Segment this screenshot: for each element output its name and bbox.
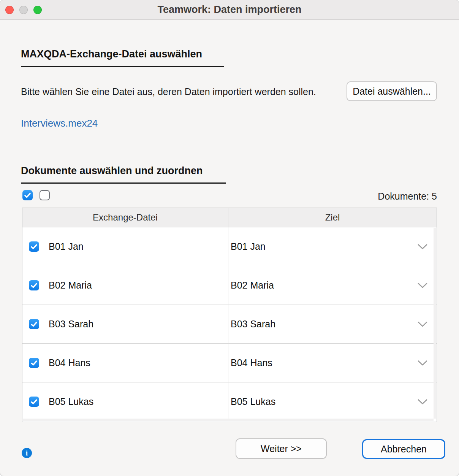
file-section-heading: MAXQDA-Exchange-Datei auswählen [21, 48, 224, 67]
check-icon [24, 193, 31, 198]
table-row: B04 Hans B04 Hans [22, 344, 437, 382]
table-body: B01 Jan B01 Jan B02 Maria B02 Maria [22, 227, 437, 421]
target-document-label: B03 Sarah [231, 319, 275, 330]
table-row: B05 Lukas B05 Lukas [22, 382, 437, 421]
documents-count-label: Dokumente: 5 [378, 191, 437, 202]
source-cell: B04 Hans [22, 344, 228, 382]
title-bar: Teamwork: Daten importieren [0, 0, 459, 20]
target-select[interactable]: B02 Maria [228, 266, 437, 305]
zoom-button[interactable] [33, 6, 42, 14]
row-checkbox[interactable] [29, 397, 39, 407]
source-document-label: B05 Lukas [49, 396, 93, 407]
minimize-button [19, 6, 28, 14]
table-header: Exchange-Datei Ziel [22, 208, 437, 227]
row-checkbox[interactable] [29, 241, 39, 252]
documents-section-heading: Dokumente auswählen und zuordnen [21, 165, 226, 184]
window-title: Teamwork: Daten importieren [157, 4, 301, 16]
chevron-down-icon [418, 244, 427, 249]
deselect-all-checkbox[interactable] [40, 190, 50, 200]
row-checkbox[interactable] [29, 280, 39, 290]
target-select[interactable]: B05 Lukas [228, 382, 437, 421]
table-row: B01 Jan B01 Jan [22, 227, 437, 266]
close-button[interactable] [5, 6, 14, 14]
target-select[interactable]: B04 Hans [228, 344, 437, 382]
source-document-label: B03 Sarah [49, 319, 93, 330]
select-all-checkbox[interactable] [22, 190, 33, 200]
check-icon [31, 399, 37, 405]
row-checkbox[interactable] [29, 358, 39, 368]
documents-table: Exchange-Datei Ziel B01 Jan B01 Jan [22, 208, 437, 422]
check-icon [31, 244, 37, 249]
target-document-label: B02 Maria [231, 280, 274, 291]
target-document-label: B01 Jan [231, 241, 266, 252]
selected-file-link[interactable]: Interviews.mex24 [21, 117, 98, 129]
check-icon [31, 322, 37, 327]
check-icon [31, 283, 37, 288]
target-select[interactable]: B03 Sarah [228, 305, 437, 343]
chevron-down-icon [418, 321, 427, 327]
info-button[interactable]: i [22, 448, 32, 458]
check-icon [31, 360, 37, 366]
table-row: B03 Sarah B03 Sarah [22, 305, 437, 344]
chevron-down-icon [418, 399, 427, 405]
source-document-label: B04 Hans [49, 357, 90, 368]
table-row: B02 Maria B02 Maria [22, 266, 437, 305]
vertical-scrollbar[interactable] [434, 228, 436, 419]
column-header-ziel: Ziel [228, 208, 437, 227]
source-cell: B05 Lukas [22, 382, 228, 421]
source-document-label: B02 Maria [49, 280, 92, 291]
column-header-exchange-file: Exchange-Datei [22, 208, 228, 227]
target-document-label: B04 Hans [231, 357, 272, 368]
row-checkbox[interactable] [29, 319, 39, 329]
target-select[interactable]: B01 Jan [228, 227, 437, 266]
choose-file-button[interactable]: Datei auswählen... [347, 81, 437, 101]
source-cell: B02 Maria [22, 266, 228, 305]
dialog-window: Teamwork: Daten importieren MAXQDA-Excha… [0, 0, 459, 476]
traffic-lights [5, 6, 42, 14]
chevron-down-icon [418, 282, 427, 288]
source-cell: B03 Sarah [22, 305, 228, 343]
next-button[interactable]: Weiter >> [236, 438, 327, 459]
source-cell: B01 Jan [22, 227, 228, 266]
target-document-label: B05 Lukas [231, 396, 275, 407]
file-instruction-text: Bitte wählen Sie eine Datei aus, deren D… [21, 86, 316, 97]
source-document-label: B01 Jan [49, 241, 84, 252]
chevron-down-icon [418, 360, 427, 366]
horizontal-scrollbar[interactable] [23, 419, 434, 421]
cancel-button[interactable]: Abbrechen [362, 439, 445, 459]
